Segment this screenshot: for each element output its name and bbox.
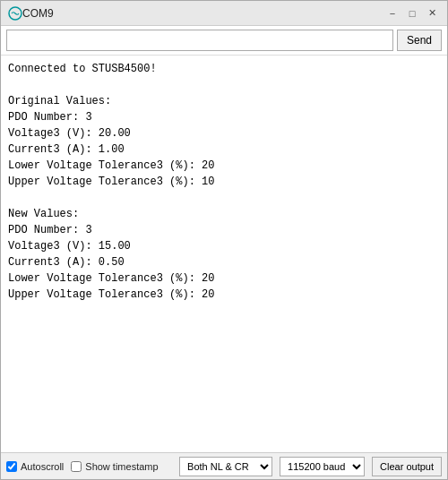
autoscroll-group: Autoscroll [6,461,64,472]
timestamp-group: Show timestamp [71,461,158,472]
autoscroll-checkbox[interactable] [6,461,17,472]
line-ending-select[interactable]: No line endingNewlineCarriage returnBoth… [179,457,272,476]
main-window: COM9 − □ ✕ Send Connected to STUSB4500! … [0,0,448,480]
autoscroll-label: Autoscroll [21,461,64,472]
baud-rate-select[interactable]: 300 baud1200 baud2400 baud4800 baud9600 … [280,457,365,476]
serial-input[interactable] [6,30,393,51]
titlebar: COM9 − □ ✕ [1,1,447,26]
timestamp-checkbox[interactable] [71,461,82,472]
close-button[interactable]: ✕ [424,5,440,21]
maximize-button[interactable]: □ [404,5,420,21]
app-icon [8,6,22,21]
timestamp-label: Show timestamp [85,461,158,472]
minimize-button[interactable]: − [384,5,401,21]
statusbar: Autoscroll Show timestamp No line ending… [1,452,447,479]
console-output: Connected to STUSB4500! Original Values:… [1,56,447,452]
send-button[interactable]: Send [397,30,442,51]
window-controls: − □ ✕ [384,5,440,21]
window-title: COM9 [22,7,384,20]
input-row: Send [1,26,447,56]
clear-output-button[interactable]: Clear output [372,457,442,476]
